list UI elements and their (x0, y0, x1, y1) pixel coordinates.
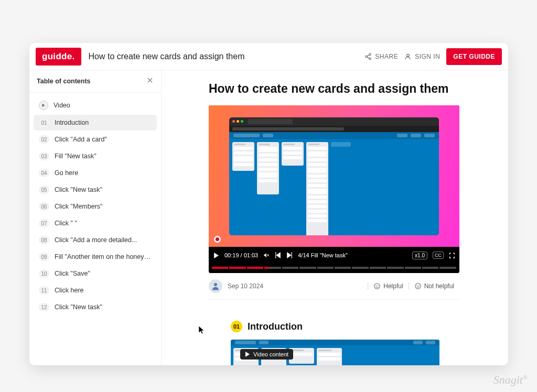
svg-point-1 (366, 56, 368, 58)
svg-point-8 (214, 283, 217, 286)
author-avatar[interactable] (209, 279, 222, 293)
not-helpful-button[interactable]: Not helpful (409, 282, 459, 290)
toc-num-badge: 01 (39, 118, 49, 127)
toc-num-badge: 04 (39, 169, 49, 177)
fullscreen-button[interactable] (449, 252, 455, 258)
toc-item[interactable]: 01 Introduction (34, 115, 157, 130)
toc-item-label: Click "New task" (55, 186, 102, 193)
toc-num-badge: 09 (39, 253, 49, 261)
play-button[interactable] (213, 252, 219, 258)
top-actions: Share Sign In Get Guidde (364, 48, 502, 65)
page-heading: How to create new cards and assign them (209, 82, 477, 96)
toc-item-label: Go here (55, 169, 78, 177)
video-content-label: Video content (253, 351, 288, 357)
next-chapter-button[interactable] (286, 252, 293, 258)
toc-video-label: Video (53, 102, 70, 109)
meta-row: Sep 10 2024 Helpful Not helpful (209, 273, 459, 300)
svg-line-3 (367, 57, 369, 58)
sign-in-label: Sign In (415, 53, 440, 60)
video-frame[interactable] (209, 105, 459, 247)
share-label: Share (375, 53, 398, 60)
sidebar: Table of contents Video 01 Introduction (29, 70, 162, 365)
app-window: guidde How to create new cards and assig… (29, 43, 508, 365)
svg-point-5 (407, 54, 410, 57)
svg-point-14 (418, 285, 419, 286)
toc-num-badge: 03 (39, 152, 49, 160)
video-time: 00:19 / 01:03 (224, 252, 258, 258)
toc-num-badge: 06 (39, 202, 49, 211)
toc-item-label: Fill "New task" (55, 153, 96, 160)
body: Table of contents Video 01 Introduction (29, 70, 508, 365)
guidde-badge-icon (214, 236, 221, 243)
toc-list: Video 01 Introduction 02 Click "Add a ca… (29, 93, 161, 365)
frown-icon (414, 282, 422, 290)
toc-item[interactable]: 07 Click " " (34, 215, 157, 231)
toc-title: Table of contents (37, 78, 91, 85)
video-chapter-label: 4/14 Fill "New task" (298, 252, 407, 258)
video-controls: 00:19 / 01:03 4/14 Fill "New task" x1.0 … (209, 247, 459, 264)
prev-chapter-button[interactable] (275, 252, 281, 258)
step-thumbnail[interactable]: Video content (231, 340, 439, 365)
publish-date: Sep 10 2024 (228, 282, 263, 290)
main-content: How to create new cards and assign them (162, 70, 508, 365)
toc-item[interactable]: 11 Click here (34, 282, 157, 298)
toc-item[interactable]: 03 Fill "New task" (34, 148, 157, 164)
toc-item[interactable]: 10 Click "Save" (34, 266, 157, 281)
user-icon (404, 53, 412, 60)
toc-num-badge: 07 (39, 219, 49, 227)
share-icon (364, 53, 372, 60)
svg-point-11 (378, 285, 379, 286)
toc-item[interactable]: 06 Click "Members" (34, 199, 157, 214)
svg-point-10 (376, 285, 377, 286)
video-content-pill: Video content (240, 349, 293, 360)
toc-close-button[interactable] (146, 77, 154, 86)
toc-item[interactable]: 05 Click "New task" (34, 182, 157, 198)
play-icon (39, 101, 48, 110)
toc-item[interactable]: 09 Fill "Another item on the honey-... (34, 249, 157, 265)
not-helpful-label: Not helpful (424, 282, 454, 290)
helpful-label: Helpful (383, 282, 403, 290)
progress-bar[interactable] (209, 264, 459, 273)
toc-num-badge: 10 (39, 269, 49, 278)
toc-item-label: Click "Save" (55, 270, 90, 277)
cc-button[interactable]: CC (433, 252, 444, 259)
get-guidde-button[interactable]: Get Guidde (446, 48, 502, 65)
svg-point-12 (415, 284, 421, 289)
toc-num-badge: 12 (39, 303, 49, 311)
toc-item-label: Click "New task" (55, 303, 102, 311)
topbar: guidde How to create new cards and assig… (29, 43, 508, 70)
toc-item-label: Click here (55, 287, 84, 294)
brand-logo[interactable]: guidde (36, 48, 81, 66)
svg-point-9 (374, 284, 380, 289)
mute-button[interactable] (263, 252, 270, 258)
smile-icon (373, 282, 381, 290)
svg-line-4 (367, 55, 369, 56)
video-player: 00:19 / 01:03 4/14 Fill "New task" x1.0 … (209, 105, 459, 273)
section-title: Introduction (248, 321, 303, 332)
svg-point-0 (369, 53, 371, 56)
svg-point-2 (369, 58, 371, 60)
speed-button[interactable]: x1.0 (412, 252, 427, 259)
play-icon (245, 352, 250, 357)
toc-header: Table of contents (29, 70, 161, 93)
toc-item-label: Click "Members" (55, 203, 103, 210)
close-icon (146, 77, 154, 84)
toc-item-video[interactable]: Video (34, 97, 157, 114)
watermark: Snagit® (493, 373, 528, 387)
toc-item[interactable]: 12 Click "New task" (34, 299, 157, 315)
section-head: 01 Introduction (231, 321, 477, 332)
toc-item[interactable]: 02 Click "Add a card" (34, 132, 157, 147)
toc-num-badge: 05 (39, 186, 49, 194)
sign-in-button[interactable]: Sign In (404, 53, 440, 60)
user-icon (211, 281, 220, 291)
toc-item[interactable]: 08 Click "Add a more detailed... (34, 232, 157, 248)
toc-num-badge: 08 (39, 236, 49, 244)
section-num-badge: 01 (231, 321, 242, 332)
svg-point-13 (417, 285, 417, 286)
share-button[interactable]: Share (364, 53, 398, 60)
video-screenshot (229, 117, 439, 235)
toc-item[interactable]: 04 Go here (34, 165, 157, 181)
helpful-button[interactable]: Helpful (368, 282, 408, 290)
toc-item-label: Click "Add a card" (55, 136, 107, 143)
toc-num-badge: 11 (39, 286, 49, 295)
